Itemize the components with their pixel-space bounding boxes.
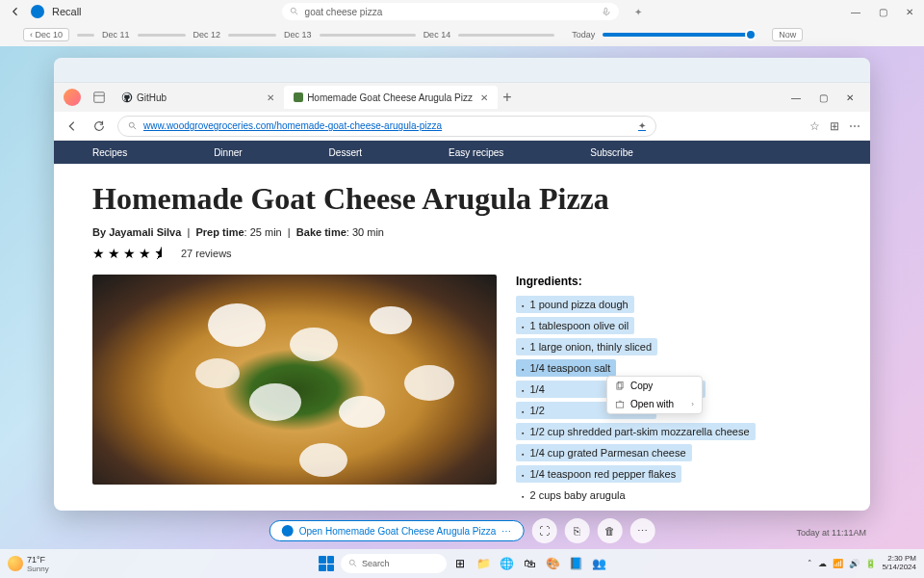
context-copy[interactable]: Copy	[607, 377, 702, 395]
wifi-icon[interactable]: 📶	[833, 559, 843, 568]
github-icon	[121, 92, 133, 103]
ingredient-item[interactable]: 1 pound pizza dough	[516, 296, 634, 313]
url-input[interactable]: www.woodgrovegroceries.com/homemade-goat…	[117, 116, 656, 137]
nav-recipes[interactable]: Recipes	[92, 147, 127, 158]
ingredient-item[interactable]: 1 tablespoon olive oil	[516, 317, 634, 334]
recipe-image	[92, 275, 497, 485]
context-menu: Copy Open with ›	[606, 376, 703, 414]
address-bar: www.woodgrovegroceries.com/homemade-goat…	[54, 112, 870, 141]
taskbar-search[interactable]: Search	[341, 554, 447, 573]
recall-search-input[interactable]: goat cheese pizza	[282, 3, 619, 20]
volume-icon[interactable]: 🔊	[849, 559, 860, 568]
close-icon[interactable]: ✕	[480, 92, 488, 103]
ingredient-item[interactable]: 1/4 teaspoon red pepper flakes	[516, 465, 681, 483]
star-icon: ★	[123, 246, 136, 261]
svg-line-12	[354, 565, 357, 567]
nav-subscribe[interactable]: Subscribe	[590, 147, 632, 158]
context-open-with[interactable]: Open with ›	[607, 395, 702, 413]
maximize-button[interactable]: ▢	[876, 5, 889, 18]
timeline-segment[interactable]	[320, 34, 416, 37]
profile-avatar[interactable]	[64, 89, 81, 106]
app-icon	[282, 525, 294, 537]
ingredient-item[interactable]: 2 cups baby arugula	[516, 486, 631, 504]
tab-github[interactable]: GitHub ✕	[112, 86, 284, 109]
browser-tab-strip: GitHub ✕ Homemade Goat Cheese Arugula Pi…	[54, 83, 870, 112]
timeline-segment[interactable]	[228, 34, 276, 37]
ingredients-heading: Ingredients:	[516, 275, 832, 288]
open-snapshot-button[interactable]: Open Homemade Goat Cheese Arugula Pizza …	[270, 520, 525, 541]
browser-minimize[interactable]: —	[787, 89, 805, 106]
overflow-button[interactable]: ⋯	[629, 518, 654, 543]
weather-widget[interactable]: 71°F Sunny	[8, 555, 49, 573]
browser-maximize[interactable]: ▢	[814, 89, 832, 106]
back-button[interactable]	[8, 4, 23, 19]
mic-icon[interactable]	[602, 7, 611, 16]
svg-point-11	[349, 560, 354, 565]
nav-back-button[interactable]	[64, 118, 81, 135]
collections-icon[interactable]: ⊞	[830, 119, 839, 133]
snapshot-card: GitHub ✕ Homemade Goat Cheese Arugula Pi…	[54, 58, 870, 511]
taskbar: 71°F Sunny Search ⊞ 📁 🌐 🛍 🎨 📘 👥 ˄ ☁ 📶 🔊 …	[0, 549, 924, 578]
timeline-segment[interactable]	[138, 34, 186, 37]
task-view-icon[interactable]: ⊞	[450, 554, 470, 573]
timeline-segment[interactable]	[77, 34, 94, 37]
timeline-now-button[interactable]: Now	[772, 28, 803, 41]
nav-dinner[interactable]: Dinner	[214, 147, 242, 158]
search-icon	[348, 559, 358, 568]
close-button[interactable]: ✕	[903, 5, 916, 18]
favorites-icon[interactable]: ☆	[809, 119, 820, 133]
rating-row: ★ ★ ★ ★ ⯨ 27 reviews	[92, 246, 832, 261]
clock[interactable]: 2:30 PM 5/14/2024	[882, 555, 916, 572]
crop-button[interactable]: ⛶	[531, 518, 556, 543]
timeline-slider[interactable]	[603, 33, 757, 37]
paint-icon[interactable]: 🎨	[543, 554, 562, 573]
site-favicon	[294, 92, 303, 102]
nav-refresh-button[interactable]	[90, 118, 108, 135]
battery-icon[interactable]: 🔋	[865, 559, 876, 568]
timeline-handle[interactable]	[745, 29, 757, 40]
close-icon[interactable]: ✕	[267, 92, 274, 103]
timeline-today-label: Today	[572, 30, 595, 39]
copy-button[interactable]: ⎘	[564, 518, 589, 543]
more-icon[interactable]: ⋯	[501, 526, 511, 537]
edge-icon[interactable]: 🌐	[497, 554, 516, 573]
recipe-byline: By Jayamali Silva | Prep time: 25 min | …	[92, 226, 832, 238]
ingredient-item[interactable]: 1 large onion, thinly sliced	[516, 338, 657, 355]
timeline-back-button[interactable]: ‹ Dec 10	[23, 28, 69, 41]
word-icon[interactable]: 📘	[566, 554, 585, 573]
svg-rect-2	[604, 8, 607, 13]
timeline-segment[interactable]	[458, 34, 554, 37]
copy-icon	[615, 381, 625, 391]
browser-close[interactable]: ✕	[841, 89, 859, 106]
ai-sparkle-icon[interactable]: ✦	[634, 7, 642, 17]
chevron-right-icon: ›	[691, 400, 694, 408]
ingredient-item[interactable]: 1/2 cup shredded part-skim mozzarella ch…	[516, 423, 756, 440]
workspaces-icon[interactable]	[92, 91, 106, 104]
search-icon	[128, 121, 138, 131]
recipe-content: Homemade Goat Cheese Arugula Pizza By Ja…	[54, 164, 870, 511]
ingredient-item-selected[interactable]: 1/4 teaspoon salt	[516, 359, 616, 377]
svg-line-1	[295, 13, 297, 15]
nav-easy[interactable]: Easy recipes	[449, 147, 503, 158]
ingredient-item[interactable]: 1/4 cup grated Parmesan cheese	[516, 444, 692, 461]
recall-app-icon	[31, 5, 44, 18]
teams-icon[interactable]: 👥	[589, 554, 608, 573]
tab-recipe[interactable]: Homemade Goat Cheese Arugula Pizz ✕	[284, 86, 498, 109]
onedrive-icon[interactable]: ☁	[818, 559, 827, 568]
open-with-icon	[615, 400, 625, 409]
explorer-icon[interactable]: 📁	[474, 554, 493, 573]
chevron-up-icon[interactable]: ˄	[808, 559, 812, 568]
delete-button[interactable]: 🗑	[597, 518, 622, 543]
snapshot-header	[54, 58, 870, 83]
favorite-icon[interactable]: ✦	[638, 120, 646, 131]
new-tab-button[interactable]: +	[498, 88, 517, 107]
svg-point-6	[129, 122, 134, 127]
minimize-button[interactable]: —	[849, 5, 862, 18]
star-icon: ★	[139, 246, 151, 261]
start-button[interactable]	[316, 553, 337, 574]
nav-dessert[interactable]: Dessert	[329, 147, 362, 158]
store-icon[interactable]: 🛍	[520, 554, 539, 573]
star-icon: ★	[108, 246, 120, 261]
svg-point-0	[291, 8, 295, 13]
more-icon[interactable]: ⋯	[849, 119, 860, 133]
